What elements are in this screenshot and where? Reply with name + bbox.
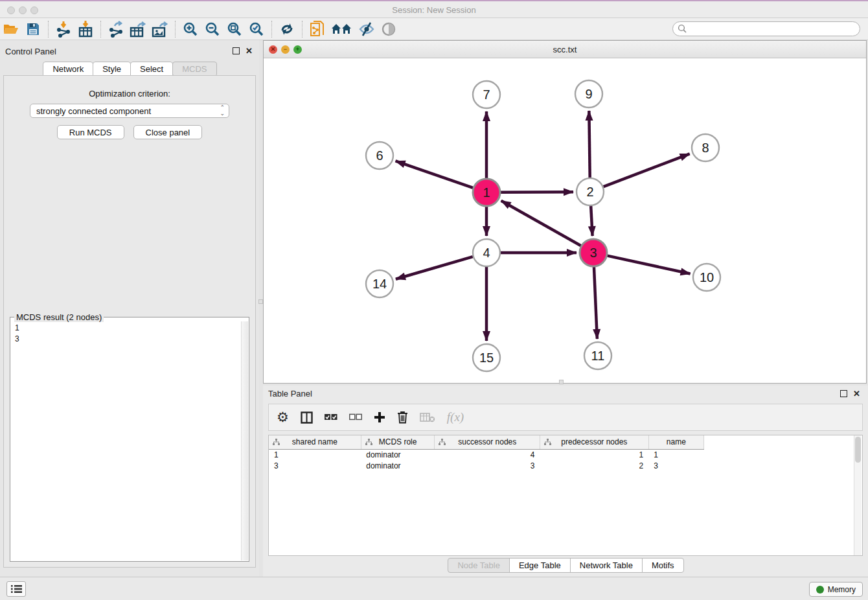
add-column-icon[interactable] [374, 411, 385, 423]
horizontal-splitter-handle[interactable] [559, 380, 564, 384]
network-window-titlebar[interactable]: ✕ − + scc.txt [264, 41, 866, 58]
table-cell[interactable]: dominator [361, 460, 435, 471]
table-options-icon[interactable]: ⚙ [277, 410, 289, 425]
node-14[interactable]: 14 [366, 270, 393, 297]
node-table[interactable]: shared name MCDS role successor nodes pr… [268, 435, 863, 556]
show-columns-icon[interactable] [301, 411, 313, 424]
table-row[interactable]: 3dominator323 [269, 460, 704, 471]
delete-table-icon[interactable] [420, 412, 435, 422]
edge-1-6[interactable] [396, 161, 474, 187]
node-3[interactable]: 3 [580, 239, 607, 266]
edge-1-2[interactable] [501, 192, 573, 192]
node-6[interactable]: 6 [366, 142, 393, 169]
criterion-dropdown[interactable]: strongly connected component ⌃⌄ [30, 104, 229, 118]
mcds-result-text[interactable]: 1 3 [11, 321, 241, 560]
import-network-icon[interactable] [52, 19, 74, 39]
mcds-panel-body: Optimization criterion: strongly connect… [3, 75, 256, 568]
table-header-row[interactable]: shared name MCDS role successor nodes pr… [269, 435, 704, 449]
tab-edge-table[interactable]: Edge Table [509, 558, 571, 573]
table-cell[interactable]: 3 [435, 460, 540, 471]
deselect-all-icon[interactable] [349, 413, 362, 422]
import-table-icon[interactable] [74, 19, 97, 39]
col-shared-name[interactable]: shared name [269, 435, 361, 449]
save-session-icon[interactable] [22, 19, 44, 39]
edge-3-11[interactable] [594, 267, 597, 339]
toolbar-separator [271, 21, 272, 38]
table-tabs: Node Table Edge Table Network Table Moti… [263, 558, 868, 573]
tab-mcds[interactable]: MCDS [172, 62, 216, 76]
table-scrollbar[interactable] [854, 435, 862, 555]
tab-node-table[interactable]: Node Table [448, 558, 510, 573]
node-15[interactable]: 15 [473, 344, 500, 371]
select-all-icon[interactable] [325, 413, 337, 422]
edge-2-9[interactable] [589, 111, 589, 178]
table-cell[interactable]: 4 [435, 449, 540, 460]
network-graph[interactable]: 7968124314101511 [264, 58, 866, 383]
edge-4-14[interactable] [396, 257, 473, 279]
node-2[interactable]: 2 [577, 178, 604, 205]
zoom-fit-icon[interactable] [223, 19, 246, 39]
tab-network[interactable]: Network [43, 62, 93, 76]
float-table-panel-icon[interactable] [840, 390, 847, 397]
apply-layout-icon[interactable] [276, 19, 298, 39]
panels-menu-button[interactable] [6, 581, 26, 597]
hide-graphics-details-icon[interactable] [356, 19, 378, 39]
search-field[interactable] [672, 21, 860, 36]
export-image-icon[interactable] [149, 19, 171, 39]
network-canvas[interactable]: 7968124314101511 [264, 58, 866, 383]
memory-button[interactable]: Memory [809, 582, 863, 597]
node-1[interactable]: 1 [473, 179, 500, 206]
table-cell[interactable]: 3 [269, 460, 361, 471]
node-8[interactable]: 8 [692, 134, 719, 161]
svg-text:15: 15 [479, 351, 494, 365]
zoom-selected-icon[interactable] [246, 19, 268, 39]
edge-3-10[interactable] [607, 256, 690, 274]
zoom-in-icon[interactable] [179, 19, 201, 39]
tab-network-table[interactable]: Network Table [570, 558, 643, 573]
function-builder-icon[interactable]: f(x) [447, 410, 464, 424]
tab-select[interactable]: Select [130, 62, 173, 76]
tab-motifs[interactable]: Motifs [642, 558, 684, 573]
float-panel-icon[interactable] [233, 47, 240, 54]
hierarchy-icon [273, 439, 280, 448]
export-network-icon[interactable] [105, 19, 127, 39]
close-panel-icon[interactable]: ✕ [246, 46, 253, 56]
table-cell[interactable]: 1 [648, 449, 703, 460]
tab-style[interactable]: Style [93, 62, 131, 76]
zoom-out-icon[interactable] [201, 19, 223, 39]
open-file-icon[interactable] [0, 19, 22, 39]
table-cell[interactable]: dominator [361, 449, 435, 460]
vertical-splitter-handle[interactable] [258, 299, 263, 304]
result-scrollbar[interactable] [241, 321, 248, 560]
col-successor-nodes[interactable]: successor nodes [435, 435, 540, 449]
col-predecessor-nodes[interactable]: predecessor nodes [540, 435, 649, 449]
node-11[interactable]: 11 [584, 342, 611, 369]
node-9[interactable]: 9 [575, 80, 602, 108]
node-4[interactable]: 4 [473, 239, 500, 266]
edge-3-1[interactable] [501, 201, 581, 246]
table-cell[interactable]: 3 [648, 460, 703, 471]
edge-2-3[interactable] [591, 206, 592, 236]
table-row[interactable]: 1dominator411 [269, 449, 704, 460]
search-input[interactable] [687, 23, 860, 35]
node-10[interactable]: 10 [693, 264, 720, 291]
svg-text:9: 9 [585, 87, 592, 101]
svg-text:3: 3 [589, 246, 597, 260]
close-table-panel-icon[interactable]: ✕ [853, 389, 860, 398]
node-7[interactable]: 7 [473, 81, 500, 108]
show-graphics-details-icon[interactable] [378, 19, 400, 39]
table-cell[interactable]: 2 [540, 460, 649, 471]
export-table-icon[interactable] [127, 19, 149, 39]
col-mcds-role[interactable]: MCDS role [361, 435, 435, 449]
mcds-result-title: MCDS result (2 nodes) [14, 312, 104, 322]
delete-column-icon[interactable] [397, 411, 408, 424]
col-name[interactable]: name [648, 435, 703, 449]
table-cell[interactable]: 1 [540, 449, 649, 460]
edge-2-8[interactable] [604, 154, 690, 187]
close-panel-button[interactable]: Close panel [133, 125, 203, 139]
table-cell[interactable]: 1 [269, 449, 361, 460]
first-neighbors-icon[interactable] [328, 19, 356, 39]
new-network-from-selection-icon[interactable] [306, 19, 328, 39]
run-mcds-button[interactable]: Run MCDS [57, 125, 124, 139]
toolbar-separator [302, 21, 303, 38]
